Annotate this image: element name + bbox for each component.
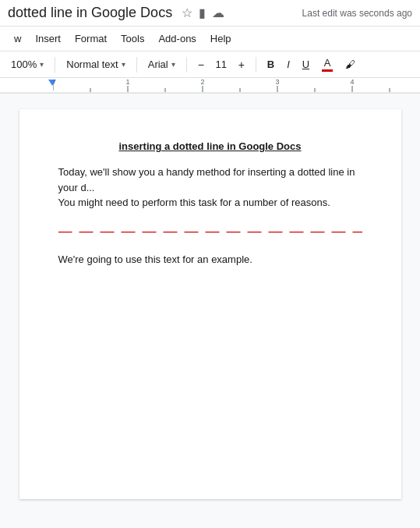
zoom-value: 100% [11, 58, 37, 70]
decrease-font-size-button[interactable]: − [193, 57, 209, 73]
text-color-indicator: A [322, 57, 333, 72]
underline-button[interactable]: U [298, 56, 314, 73]
document-title: dotted line in Google Docs [8, 5, 172, 21]
document-paragraph-2[interactable]: We're going to use this text for an exam… [58, 252, 362, 268]
toolbar-divider-1 [55, 57, 55, 73]
font-value: Arial [148, 58, 168, 70]
zoom-arrow-icon: ▾ [40, 60, 44, 69]
font-dropdown[interactable]: Arial ▾ [143, 56, 180, 73]
ruler: 0 1 2 3 4 [0, 78, 420, 94]
highlight-icon: 🖌 [345, 58, 355, 70]
ruler-inner: 0 1 2 3 4 [0, 78, 420, 93]
style-value: Normal text [66, 58, 118, 70]
title-bar: dotted line in Google Docs ☆ ▮ ☁ Last ed… [0, 0, 420, 27]
toolbar-divider-2 [136, 57, 137, 73]
document-heading[interactable]: inserting a dotted line in Google Docs [58, 140, 362, 152]
style-dropdown[interactable]: Normal text ▾ [62, 56, 129, 73]
document-area: inserting a dotted line in Google Docs T… [0, 94, 420, 512]
document-paragraph-1[interactable]: Today, we'll show you a handy method for… [58, 165, 362, 211]
font-size-control: − 11 + [193, 57, 249, 73]
text-color-button[interactable]: A [317, 55, 337, 74]
document-page: inserting a dotted line in Google Docs T… [19, 109, 401, 499]
menu-bar: w Insert Format Tools Add-ons Help [0, 27, 420, 51]
text-color-bar [322, 69, 333, 72]
cloud-icon[interactable]: ☁ [212, 5, 224, 20]
svg-text:3: 3 [275, 78, 279, 86]
style-arrow-icon: ▾ [122, 60, 125, 69]
menu-item-addons[interactable]: Add-ons [152, 30, 202, 48]
dotted-line: — — — — — — — — — — — — — — — — [58, 223, 362, 239]
font-size-value[interactable]: 11 [210, 58, 232, 70]
svg-text:4: 4 [350, 78, 354, 86]
folder-icon[interactable]: ▮ [199, 5, 206, 20]
zoom-dropdown[interactable]: 100% ▾ [6, 56, 48, 73]
text-color-letter: A [324, 57, 331, 69]
star-icon[interactable]: ☆ [182, 5, 192, 20]
font-arrow-icon: ▾ [171, 60, 175, 69]
last-edit-status: Last edit was seconds ago [302, 8, 412, 19]
bold-button[interactable]: B [263, 56, 279, 73]
title-icons: ☆ ▮ ☁ [182, 5, 224, 20]
ruler-ticks: 0 1 2 3 4 [53, 78, 411, 94]
svg-text:1: 1 [125, 78, 129, 86]
italic-button[interactable]: I [282, 56, 295, 73]
increase-font-size-button[interactable]: + [234, 57, 249, 73]
toolbar-divider-3 [186, 57, 187, 73]
svg-text:2: 2 [200, 78, 204, 86]
menu-item-insert[interactable]: Insert [29, 30, 67, 48]
menu-item-format[interactable]: Format [69, 30, 113, 48]
highlight-button[interactable]: 🖌 [341, 56, 360, 73]
menu-item-tools[interactable]: Tools [115, 30, 150, 48]
menu-item-help[interactable]: Help [204, 30, 238, 48]
menu-item-file[interactable]: w [8, 30, 27, 48]
toolbar-divider-4 [256, 57, 256, 73]
toolbar: 100% ▾ Normal text ▾ Arial ▾ − 11 + B I … [0, 51, 420, 78]
svg-text:0: 0 [53, 78, 55, 86]
